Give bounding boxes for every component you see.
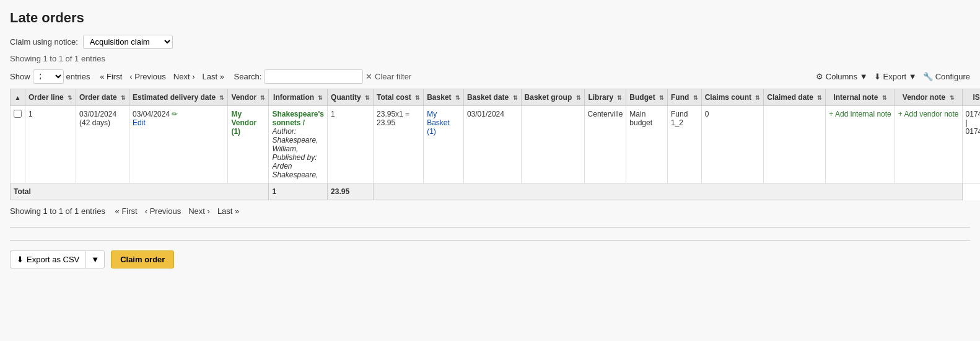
claim-notice-row: Claim using notice: Acquisition claim <box>10 35 970 49</box>
col-claims-count[interactable]: Claims count ⇅ <box>701 89 764 106</box>
showing-text-top: Showing 1 to 1 of 1 entries <box>10 54 970 63</box>
cell-fund: Fund 1_2 <box>667 106 701 184</box>
col-order-line[interactable]: Order line ⇅ <box>25 89 76 106</box>
show-entries-select[interactable]: 10 20 50 100 <box>33 69 64 84</box>
row-checkbox-cell <box>11 106 25 184</box>
edit-pencil-icon: ✏ <box>172 110 178 118</box>
last-button-top[interactable]: Last » <box>200 71 227 82</box>
wrench-icon: 🔧 <box>923 72 933 81</box>
show-label: Show <box>10 72 30 81</box>
sort-up-icon: ▲ <box>15 94 21 101</box>
claim-notice-select[interactable]: Acquisition claim <box>83 35 173 49</box>
first-button-top[interactable]: « First <box>97 71 125 82</box>
col-library[interactable]: Library ⇅ <box>584 89 626 106</box>
est-delivery-date-value: 03/04/2024 <box>133 110 170 118</box>
first-button-bottom[interactable]: « First <box>113 205 140 217</box>
col-est-delivery-date[interactable]: Estimated delivery date ⇅ <box>129 89 228 106</box>
row-checkbox[interactable] <box>14 110 22 118</box>
cell-claimed-date <box>764 106 826 184</box>
total-quantity-cell: 1 <box>269 184 328 200</box>
download-icon: ⬇ <box>874 72 881 81</box>
cell-information: Shakespeare's sonnets / Author: Shakespe… <box>269 106 328 184</box>
col-isbn[interactable]: ISBN ⇅ <box>962 89 980 106</box>
export-csv-dropdown-button[interactable]: ▼ <box>85 250 105 268</box>
toolbar-left: Show 10 20 50 100 entries « First ‹ Prev… <box>10 69 411 84</box>
col-order-date[interactable]: Order date ⇅ <box>76 89 129 106</box>
col-basket-date[interactable]: Basket date ⇅ <box>463 89 521 106</box>
toolbar-right: ⚙ Columns ▼ ⬇ Export ▼ 🔧 Configure <box>816 72 970 81</box>
est-delivery-edit-link[interactable]: Edit <box>133 118 146 127</box>
col-internal-note[interactable]: Internal note ⇅ <box>826 89 895 106</box>
export-button[interactable]: ⬇ Export ▼ <box>874 72 917 81</box>
cell-basket: My Basket (1) <box>424 106 464 184</box>
entries-label: entries <box>66 72 90 81</box>
cell-total-cost: 23.95x1 = 23.95 <box>374 106 424 184</box>
footer-section: ⬇ Export as CSV ▼ Claim order <box>10 240 970 268</box>
orders-table: ▲ Order line ⇅ Order date ⇅ Estimated de… <box>10 89 980 200</box>
add-internal-note-link[interactable]: + Add internal note <box>829 110 891 118</box>
toolbar: Show 10 20 50 100 entries « First ‹ Prev… <box>10 69 970 84</box>
next-button-bottom[interactable]: Next › <box>186 205 212 217</box>
col-vendor-note[interactable]: Vendor note ⇅ <box>895 89 962 106</box>
total-row: Total 1 23.95 <box>11 184 981 200</box>
export-csv-button[interactable]: ⬇ Export as CSV <box>10 250 85 268</box>
gear-icon: ⚙ <box>816 72 823 81</box>
cell-quantity: 1 <box>328 106 374 184</box>
col-vendor[interactable]: Vendor ⇅ <box>228 89 269 106</box>
cell-basket-date: 03/01/2024 <box>463 106 521 184</box>
col-basket-group[interactable]: Basket group ⇅ <box>521 89 584 106</box>
add-vendor-note-link[interactable]: + Add vendor note <box>898 110 959 118</box>
cell-vendor-note: + Add vendor note <box>895 106 962 184</box>
info-title-link[interactable]: Shakespeare's sonnets / <box>272 110 324 127</box>
total-label-cell: Total <box>11 184 269 200</box>
next-button-top[interactable]: Next › <box>171 71 198 82</box>
col-fund[interactable]: Fund ⇅ <box>667 89 701 106</box>
showing-text-bottom: Showing 1 to 1 of 1 entries <box>10 206 105 216</box>
vendor-link[interactable]: My Vendor (1) <box>231 110 256 136</box>
search-label: Search: <box>234 72 262 81</box>
basket-link[interactable]: My Basket (1) <box>427 110 450 136</box>
select-all-header: ▲ <box>11 89 25 106</box>
previous-button-top[interactable]: ‹ Previous <box>127 71 168 82</box>
last-button-bottom[interactable]: Last » <box>215 205 242 217</box>
col-quantity[interactable]: Quantity ⇅ <box>328 89 374 106</box>
cell-claims-count: 0 <box>701 106 764 184</box>
cell-isbn: 017443474x | 0174434731 <box>962 106 980 184</box>
cell-vendor: My Vendor (1) <box>228 106 269 184</box>
cell-order-line: 1 <box>25 106 76 184</box>
bottom-toolbar: Showing 1 to 1 of 1 entries « First ‹ Pr… <box>10 205 970 217</box>
page-title: Late orders <box>10 10 970 26</box>
download-csv-icon: ⬇ <box>17 255 24 264</box>
total-empty-cells <box>374 184 962 200</box>
claim-notice-label: Claim using notice: <box>10 37 78 46</box>
col-total-cost[interactable]: Total cost ⇅ <box>374 89 424 106</box>
table-row: 1 03/01/2024 (42 days) 03/04/2024 ✏ Edit… <box>11 106 981 184</box>
export-csv-group: ⬇ Export as CSV ▼ <box>10 250 105 268</box>
footer-separator <box>10 227 970 228</box>
col-budget[interactable]: Budget ⇅ <box>626 89 668 106</box>
info-published: Published by: Arden Shakespeare, <box>272 153 318 179</box>
search-input[interactable] <box>264 69 363 84</box>
columns-button[interactable]: ⚙ Columns ▼ <box>816 72 868 81</box>
cell-basket-group <box>521 106 584 184</box>
col-claimed-date[interactable]: Claimed date ⇅ <box>764 89 826 106</box>
claim-order-button[interactable]: Claim order <box>111 250 174 268</box>
cell-budget: Main budget <box>626 106 668 184</box>
cell-internal-note: + Add internal note <box>826 106 895 184</box>
cell-library: Centerville <box>584 106 626 184</box>
previous-button-bottom[interactable]: ‹ Previous <box>142 205 184 217</box>
cell-est-delivery-date: 03/04/2024 ✏ Edit <box>129 106 228 184</box>
total-cost-cell: 23.95 <box>328 184 374 200</box>
configure-button[interactable]: 🔧 Configure <box>923 72 970 81</box>
col-basket[interactable]: Basket ⇅ <box>424 89 464 106</box>
info-author: Author: Shakespeare, William, <box>272 127 318 153</box>
cell-order-date: 03/01/2024 (42 days) <box>76 106 129 184</box>
col-information[interactable]: Information ⇅ <box>269 89 328 106</box>
clear-filter-button[interactable]: ✕ Clear filter <box>365 72 411 81</box>
